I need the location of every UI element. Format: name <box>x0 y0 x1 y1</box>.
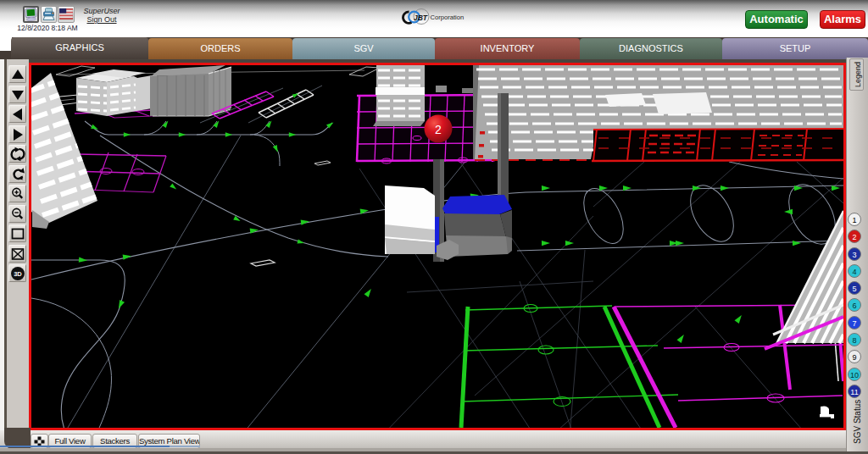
svg-text:3D: 3D <box>14 270 22 278</box>
svg-text:JBT: JBT <box>414 14 428 22</box>
svg-text:Legend: Legend <box>854 62 862 87</box>
svg-text:Corporation: Corporation <box>431 14 465 21</box>
svg-text:2: 2 <box>435 123 442 136</box>
svg-text:SGV Status: SGV Status <box>853 400 862 444</box>
